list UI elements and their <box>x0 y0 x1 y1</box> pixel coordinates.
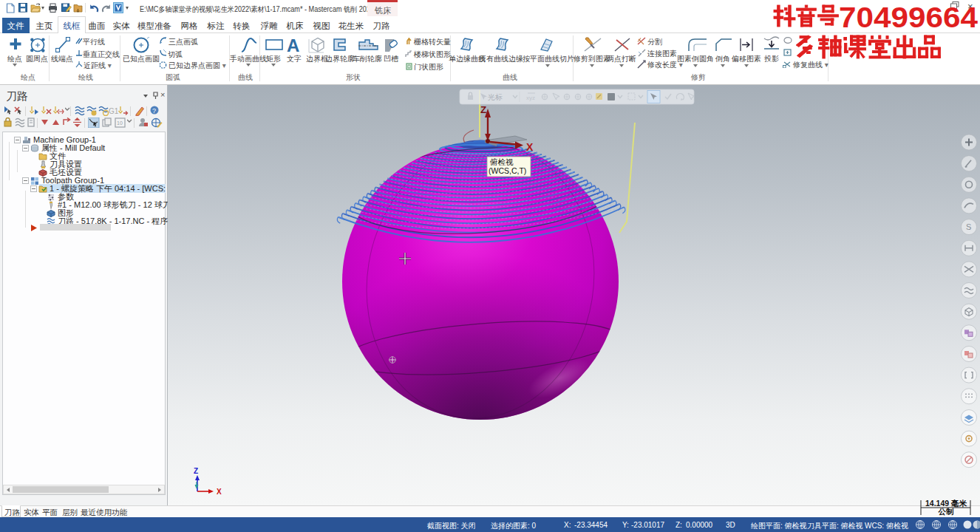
svg-text:光标: 光标 <box>488 93 503 101</box>
svg-text:X: X <box>526 141 534 153</box>
svg-text:10: 10 <box>117 120 123 126</box>
svg-text:俯检视: 俯检视 <box>489 157 514 166</box>
svg-text:?: ? <box>152 107 156 115</box>
svg-text:14.149 毫米: 14.149 毫米 <box>925 499 967 508</box>
svg-text:Z: Z <box>194 467 198 475</box>
svg-text:X: X <box>217 488 222 496</box>
svg-text:Z: Z <box>480 104 486 115</box>
svg-text:70499664: 70499664 <box>839 2 978 33</box>
svg-text:S: S <box>966 222 971 231</box>
svg-text:公制: 公制 <box>938 507 955 516</box>
svg-text:G1: G1 <box>109 107 119 115</box>
svg-text:xyz: xyz <box>526 95 535 101</box>
svg-text:(WCS,C,T): (WCS,C,T) <box>489 166 526 175</box>
